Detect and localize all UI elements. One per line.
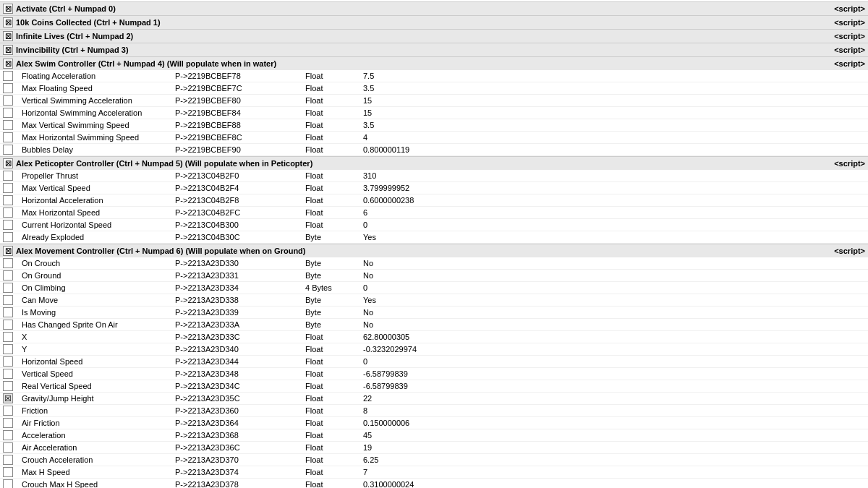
row-name: Max Horizontal Speed <box>16 208 175 217</box>
row-name: Propeller Thrust <box>16 171 175 180</box>
table-row[interactable]: AccelerationP->2213A23D368Float45 <box>0 429 868 442</box>
table-row[interactable]: Current Horizontal SpeedP->2213C04B300Fl… <box>0 219 868 231</box>
section-header-infinite-lives[interactable]: ☒Infinite Lives (Ctrl + Numpad 2)<script… <box>0 29 868 43</box>
section-header-activate[interactable]: ☒Activate (Ctrl + Numpad 0)<script> <box>0 1 868 15</box>
row-checkbox[interactable] <box>3 220 13 230</box>
row-address: P->2213C04B2F4 <box>175 184 305 192</box>
row-checkbox[interactable] <box>3 283 13 293</box>
row-checkbox[interactable] <box>3 145 13 155</box>
row-checkbox[interactable] <box>3 95 13 106</box>
table-row[interactable]: Has Changed Sprite On AirP->2213A23D33AB… <box>0 319 868 331</box>
section-checkbox-invincibility[interactable]: ☒ <box>3 45 13 55</box>
table-row[interactable]: Max Horizontal Swimming SpeedP->2219BCBE… <box>0 132 868 144</box>
row-checkbox[interactable] <box>3 171 13 181</box>
row-checkbox[interactable] <box>3 381 13 391</box>
row-checkbox[interactable] <box>3 270 13 281</box>
table-row[interactable]: Can MoveP->2213A23D338ByteYes <box>0 294 868 307</box>
row-value: No <box>363 320 865 329</box>
row-name: Horizontal Acceleration <box>16 196 175 205</box>
table-row[interactable]: On GroundP->2213A23D331ByteNo <box>0 270 868 282</box>
table-row[interactable]: Air AccelerationP->2213A23D36CFloat19 <box>0 442 868 454</box>
row-value: 0.3100000024 <box>363 480 865 488</box>
row-name: Acceleration <box>16 431 175 440</box>
row-checkbox[interactable] <box>3 320 13 330</box>
row-type: Float <box>305 443 363 452</box>
row-checkbox[interactable] <box>3 418 13 428</box>
table-row[interactable]: Propeller ThrustP->2213C04B2F0Float310 <box>0 170 868 182</box>
row-name: Max Vertical Swimming Speed <box>16 121 175 129</box>
row-checkbox[interactable]: ☒ <box>3 393 13 403</box>
row-checkbox[interactable] <box>3 356 13 367</box>
table-row[interactable]: Horizontal AccelerationP->2213C04B2F8Flo… <box>0 194 868 207</box>
row-checkbox[interactable] <box>3 406 13 416</box>
section-header-movement[interactable]: ☒Alex Movement Controller (Ctrl + Numpad… <box>0 244 868 257</box>
table-row[interactable]: Real Vertical SpeedP->2213A23D34CFloat-6… <box>0 380 868 393</box>
row-name: Horizontal Swimming Acceleration <box>16 108 175 117</box>
row-checkbox[interactable] <box>3 467 13 477</box>
row-checkbox[interactable] <box>3 369 13 379</box>
row-address: P->2213A23D364 <box>175 419 305 427</box>
row-name: Bubbles Delay <box>16 145 175 154</box>
row-checkbox[interactable] <box>3 295 13 305</box>
table-row[interactable]: XP->2213A23D33CFloat62.80000305 <box>0 331 868 343</box>
row-name: Can Move <box>16 296 175 304</box>
section-header-coins[interactable]: ☒10k Coins Collected (Ctrl + Numpad 1)<s… <box>0 15 868 29</box>
table-row[interactable]: Horizontal Swimming AccelerationP->2219B… <box>0 107 868 119</box>
row-checkbox[interactable] <box>3 232 13 242</box>
row-type: Float <box>305 382 363 390</box>
table-row[interactable]: On ClimbingP->2213A23D3344 Bytes0 <box>0 282 868 294</box>
row-checkbox[interactable] <box>3 120 13 130</box>
table-row[interactable]: FrictionP->2213A23D360Float8 <box>0 405 868 417</box>
row-checkbox[interactable] <box>3 344 13 354</box>
row-checkbox[interactable] <box>3 207 13 218</box>
table-row[interactable]: Crouch Max H SpeedP->2213A23D378Float0.3… <box>0 479 868 488</box>
row-name: Y <box>16 345 175 354</box>
section-checkbox-infinite-lives[interactable]: ☒ <box>3 31 13 41</box>
row-checkbox[interactable] <box>3 108 13 118</box>
row-checkbox[interactable] <box>3 332 13 342</box>
row-checkbox[interactable] <box>3 71 13 81</box>
section-checkbox-coins[interactable]: ☒ <box>3 17 13 27</box>
row-checkbox[interactable] <box>3 430 13 440</box>
section-checkbox-activate[interactable]: ☒ <box>3 4 13 14</box>
table-row[interactable]: Vertical Swimming AccelerationP->2219BCB… <box>0 95 868 107</box>
table-row[interactable]: Floating AccelerationP->2219BCBEF78Float… <box>0 70 868 82</box>
table-row[interactable]: Max H SpeedP->2213A23D374Float7 <box>0 466 868 479</box>
row-type: Float <box>305 108 363 117</box>
row-checkbox[interactable] <box>3 258 13 268</box>
table-row[interactable]: YP->2213A23D340Float-0.3232029974 <box>0 343 868 356</box>
section-checkbox-movement[interactable]: ☒ <box>3 246 13 256</box>
table-row[interactable]: Max Horizontal SpeedP->2213C04B2FCFloat6 <box>0 207 868 219</box>
table-row[interactable]: Vertical SpeedP->2213A23D348Float-6.5879… <box>0 368 868 380</box>
table-row[interactable]: Max Floating SpeedP->2219BCBEF7CFloat3.5 <box>0 82 868 95</box>
table-row[interactable]: Bubbles DelayP->2219BCBEF90Float0.800000… <box>0 144 868 156</box>
table-row[interactable]: On CrouchP->2213A23D330ByteNo <box>0 257 868 270</box>
row-name: Current Horizontal Speed <box>16 221 175 229</box>
row-checkbox[interactable] <box>3 83 13 93</box>
row-address: P->2213A23D360 <box>175 406 305 415</box>
table-row[interactable]: Horizontal SpeedP->2213A23D344Float0 <box>0 356 868 368</box>
row-checkbox[interactable] <box>3 442 13 453</box>
row-checkbox[interactable] <box>3 183 13 193</box>
row-checkbox[interactable] <box>3 132 13 142</box>
row-name: Friction <box>16 406 175 415</box>
row-value: 4 <box>363 133 865 142</box>
section-header-invincibility[interactable]: ☒Invincibility (Ctrl + Numpad 3)<script> <box>0 43 868 56</box>
table-row[interactable]: Already ExplodedP->2213C04B30CByteYes <box>0 231 868 244</box>
table-row[interactable]: Air FrictionP->2213A23D364Float0.1500000… <box>0 417 868 429</box>
row-checkbox[interactable] <box>3 455 13 465</box>
row-name: Floating Acceleration <box>16 72 175 80</box>
section-checkbox-peticopter[interactable]: ☒ <box>3 158 13 168</box>
section-checkbox-swim[interactable]: ☒ <box>3 59 13 69</box>
table-row[interactable]: Crouch AccelerationP->2213A23D370Float6.… <box>0 454 868 466</box>
row-checkbox[interactable] <box>3 479 13 488</box>
row-checkbox[interactable] <box>3 195 13 205</box>
section-header-peticopter[interactable]: ☒Alex Peticopter Controller (Ctrl + Nump… <box>0 156 868 170</box>
table-row[interactable]: Max Vertical SpeedP->2213C04B2F4Float3.7… <box>0 182 868 194</box>
row-value: 0.6000000238 <box>363 196 865 205</box>
table-row[interactable]: ☒Gravity/Jump HeightP->2213A23D35CFloat2… <box>0 393 868 405</box>
table-row[interactable]: Max Vertical Swimming SpeedP->2219BCBEF8… <box>0 119 868 132</box>
section-header-swim[interactable]: ☒Alex Swim Controller (Ctrl + Numpad 4) … <box>0 56 868 70</box>
table-row[interactable]: Is MovingP->2213A23D339ByteNo <box>0 307 868 319</box>
row-checkbox[interactable] <box>3 307 13 317</box>
